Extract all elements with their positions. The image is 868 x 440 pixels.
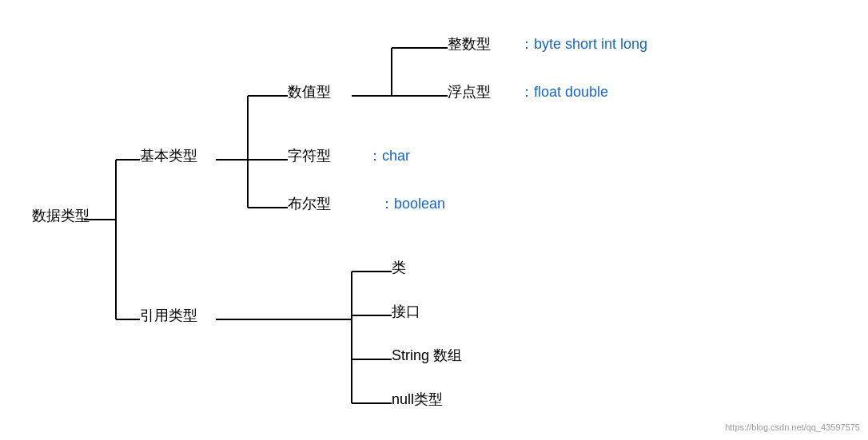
bool-label: 布尔型 xyxy=(288,194,331,213)
string-label: String 数组 xyxy=(392,346,462,365)
char-label: 字符型 xyxy=(288,146,331,165)
ref-label: 引用类型 xyxy=(140,306,197,325)
root-label: 数据类型 xyxy=(32,206,90,225)
interface-label: 接口 xyxy=(392,302,420,321)
numeric-label: 数值型 xyxy=(288,82,331,101)
integer-label: 整数型 xyxy=(448,34,491,54)
char-colon-label: ：char xyxy=(368,146,410,165)
bool-colon-label: ：boolean xyxy=(380,194,445,213)
integer-colon-label: ：byte short int long xyxy=(520,34,647,54)
watermark: https://blog.csdn.net/qq_43597575 xyxy=(725,422,860,432)
float-colon-label: ：float double xyxy=(520,82,608,101)
null-label: null类型 xyxy=(392,390,443,409)
float-label: 浮点型 xyxy=(448,82,491,101)
class-label: 类 xyxy=(392,258,406,277)
basic-label: 基本类型 xyxy=(140,146,197,165)
